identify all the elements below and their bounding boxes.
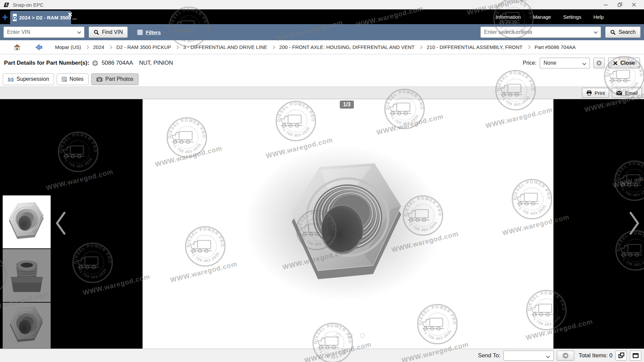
minimize-button[interactable] [603,2,608,7]
photo-pagination-dots [335,333,365,338]
chevron-right-icon [175,45,179,49]
thumbnail-2[interactable] [3,249,51,302]
chevron-right-icon [108,45,112,49]
tab-part-photos[interactable]: Part Photos [91,73,139,85]
supersession-label: Supersession [16,76,49,82]
chevron-right-icon [271,45,275,49]
breadcrumb-item[interactable]: 200 - FRONT AXLE: HOUSING, DIFFERENTIAL … [279,44,415,50]
tab-supersession[interactable]: SS Supersession [3,73,54,85]
page-dot-3[interactable] [360,333,365,338]
previous-photo-button[interactable] [53,210,68,237]
chevron-right-icon [419,45,422,49]
filters-checkbox[interactable] [137,29,143,35]
toolbar: Find VIN Filters Search [0,24,644,40]
search-input[interactable] [480,26,601,38]
chevron-right-icon [85,45,89,49]
chevron-left-icon [54,211,67,235]
chevron-down-icon [546,354,550,358]
go-arrow-icon [562,352,569,359]
printer-icon [586,90,592,96]
email-button[interactable]: Email [612,88,642,98]
envelope-icon [616,91,622,95]
search-icon [94,29,99,35]
close-icon [613,61,618,65]
price-select[interactable]: None [540,58,590,68]
part-info-icon[interactable] [92,60,98,66]
menu-help[interactable]: Help [593,14,604,20]
breadcrumb-item[interactable]: 210 - DIFFERENTIAL ASSEMBLY, FRONT [427,44,523,50]
menu-information[interactable]: Information [496,14,521,20]
part-details-bar: Part Details for Part Number(s): 5086 70… [0,54,644,72]
find-vin-label: Find VIN [102,29,123,35]
cascade-window-button[interactable] [615,351,627,361]
breadcrumb-item[interactable]: 3 - DIFFERENTIAL AND DRIVE LINE [183,44,267,50]
next-photo-button[interactable] [627,210,642,237]
breadcrumb-item[interactable]: 2024 [93,44,104,50]
action-strip: Print Email [0,86,644,99]
main-menu: Information Manage Settings Help [496,9,604,24]
breadcrumb-item[interactable]: D2 - RAM 3500 PICKUP [116,44,171,50]
total-items: Total Items: 0 [579,352,612,359]
send-button[interactable] [557,351,574,361]
breadcrumb-bar: Mopar (US)2024D2 - RAM 3500 PICKUP3 - DI… [0,40,644,54]
photo-counter-badge: 1/3 [340,101,354,109]
breadcrumb: Mopar (US)2024D2 - RAM 3500 PICKUP3 - DI… [55,44,576,50]
search-icon [610,29,616,35]
close-label: Close [620,60,635,66]
search-button[interactable]: Search [605,26,641,38]
maximize-window-icon [632,353,639,358]
photo-canvas [143,99,553,349]
find-vin-button[interactable]: Find VIN [89,26,128,38]
detail-tabs: SS Supersession Notes Part Photos [0,72,644,86]
maximize-window-button[interactable] [630,351,641,361]
filters-group: Filters [137,29,161,35]
app-title: Snap-on EPC [13,2,44,8]
breadcrumb-item[interactable]: Mopar (US) [55,44,81,50]
mopar-logo-icon: Ω [13,14,17,21]
home-button[interactable] [13,44,21,51]
menu-settings[interactable]: Settings [563,14,581,20]
chevron-right-icon [527,45,530,49]
email-label: Email [625,90,638,96]
send-to-select[interactable] [503,351,554,361]
snap-on-logo-icon: S [3,2,10,8]
thumbnail-strip [3,195,51,349]
new-tab-button[interactable]: + [0,11,10,23]
title-bar: S Snap-on EPC [0,0,644,9]
cascade-windows-icon [618,352,625,359]
vin-input[interactable] [3,26,85,38]
close-part-details-button[interactable]: Close [608,58,640,68]
print-button[interactable]: Print [582,88,609,98]
tab-close-icon[interactable] [67,11,73,17]
restore-button[interactable] [617,2,623,7]
part-details-label: Part Details for Part Number(s): [4,60,89,66]
close-window-button[interactable] [631,2,637,7]
menu-manage[interactable]: Manage [533,14,551,20]
price-label: Price: [523,60,537,66]
bottom-bar: Send To: Total Items: 0 [0,349,644,362]
search-label: Search [619,29,636,35]
send-to-label: Send To: [478,352,500,359]
thumbnail-1[interactable] [3,195,51,248]
page-dot-2[interactable] [348,333,353,338]
tab-notes[interactable]: Notes [57,73,89,85]
notes-label: Notes [69,76,84,82]
photo-viewer: 1/3 [0,99,644,349]
note-icon [62,77,67,82]
part-photo-nut [286,157,411,294]
chevron-down-icon [583,61,586,65]
home-icon [13,44,21,51]
page-dot-1[interactable] [335,333,340,338]
svg-text:S: S [5,3,8,7]
tab-bar: + Ω 2024 > D2 - RAM 3500 ... Information… [0,9,644,24]
back-button[interactable] [35,44,43,51]
arrow-left-icon [35,44,43,51]
chevron-right-icon [628,211,641,235]
camera-icon [96,77,103,82]
thumbnail-3[interactable] [3,303,51,349]
filters-label[interactable]: Filters [146,29,161,35]
gear-icon [596,60,602,66]
price-settings-button[interactable] [593,58,605,68]
breadcrumb-item: Part #5086 704AA [535,44,576,50]
catalog-tab[interactable]: Ω 2024 > D2 - RAM 3500 ... [10,11,71,24]
